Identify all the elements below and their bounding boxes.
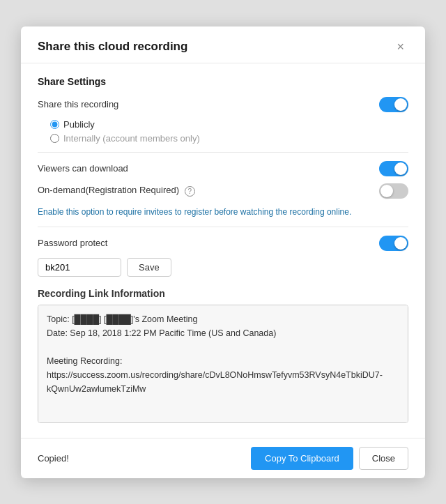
password-input[interactable] xyxy=(38,258,121,277)
password-protect-label: Password protect xyxy=(38,238,107,248)
save-password-button[interactable]: Save xyxy=(127,258,171,277)
divider-2 xyxy=(38,227,408,227)
share-recording-dialog: Share this cloud recording × Share Setti… xyxy=(21,26,425,478)
dialog-header: Share this cloud recording × xyxy=(21,26,425,63)
viewers-download-toggle[interactable] xyxy=(379,161,408,176)
share-scope-radio-group: Publicly Internally (account members onl… xyxy=(50,119,408,144)
password-protect-toggle[interactable] xyxy=(379,236,408,251)
on-demand-row: On-demand(Registration Required) ? xyxy=(38,183,408,199)
dialog-title: Share this cloud recording xyxy=(38,40,187,54)
viewers-download-label: Viewers can download xyxy=(38,163,128,174)
dialog-body: Share Settings Share this recording Publ… xyxy=(21,63,425,438)
dialog-footer: Copied! Copy To Clipboard Close xyxy=(21,438,425,478)
share-settings-title: Share Settings xyxy=(38,76,408,87)
on-demand-info: Enable this option to require invitees t… xyxy=(38,206,408,218)
close-x-button[interactable]: × xyxy=(392,39,408,54)
on-demand-help-icon[interactable]: ? xyxy=(185,186,195,197)
copied-status: Copied! xyxy=(38,453,69,464)
on-demand-label: On-demand(Registration Required) ? xyxy=(38,185,195,196)
footer-buttons: Copy To Clipboard Close xyxy=(251,447,408,470)
on-demand-toggle[interactable] xyxy=(379,183,408,199)
recording-link-title: Recording Link Information xyxy=(38,288,408,299)
password-row: Save xyxy=(38,258,408,277)
close-button[interactable]: Close xyxy=(359,447,408,470)
share-recording-label: Share this recording xyxy=(38,99,118,109)
share-recording-row: Share this recording xyxy=(38,97,408,112)
recording-link-textarea[interactable]: Topic: [████] [████]'s Zoom Meeting Date… xyxy=(38,305,408,423)
viewers-download-row: Viewers can download xyxy=(38,161,408,176)
radio-internally[interactable]: Internally (account members only) xyxy=(50,133,408,144)
recording-link-section: Recording Link Information Topic: [████]… xyxy=(38,288,408,425)
divider-1 xyxy=(38,152,408,153)
radio-publicly[interactable]: Publicly xyxy=(50,119,408,130)
copy-to-clipboard-button[interactable]: Copy To Clipboard xyxy=(251,447,353,470)
share-recording-toggle[interactable] xyxy=(379,97,408,112)
password-protect-row: Password protect xyxy=(38,236,408,251)
